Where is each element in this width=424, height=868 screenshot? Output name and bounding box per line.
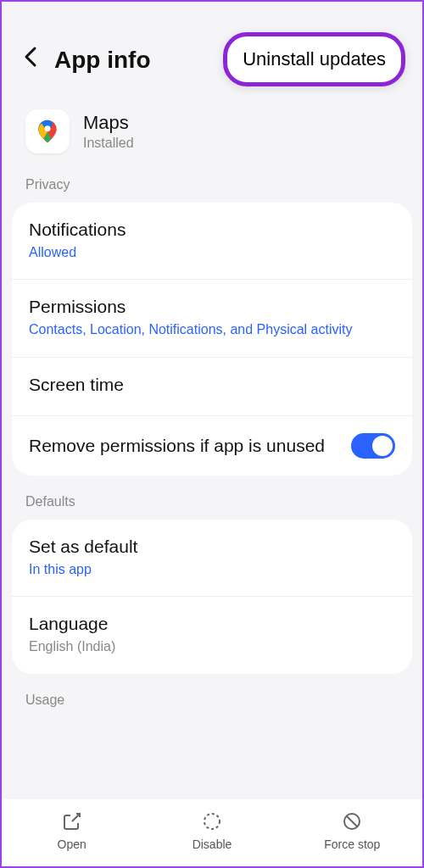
back-button[interactable] [22,44,39,75]
screen-time-item[interactable]: Screen time [12,358,412,416]
notifications-item[interactable]: Notifications Allowed [12,203,412,280]
section-privacy-label: Privacy [2,177,422,203]
overflow-menu-popup[interactable]: Uninstall updates [223,32,405,86]
disable-button[interactable]: Disable [142,810,282,851]
force-stop-button[interactable]: Force stop [282,810,422,851]
section-defaults-label: Defaults [2,494,422,520]
permissions-item[interactable]: Permissions Contacts, Location, Notifica… [12,280,412,357]
remove-permissions-item[interactable]: Remove permissions if app is unused [12,416,412,476]
bottom-action-bar: Open Disable Force stop [2,798,422,866]
open-button[interactable]: Open [2,810,142,851]
menu-item-uninstall-updates[interactable]: Uninstall updates [243,48,386,70]
set-default-item[interactable]: Set as default In this app [12,520,412,597]
language-item[interactable]: Language English (India) [12,597,412,673]
app-status: Installed [83,136,134,151]
svg-point-8 [204,814,220,829]
privacy-card: Notifications Allowed Permissions Contac… [12,203,412,476]
app-header-row: Maps Installed [2,92,422,177]
app-icon [25,109,70,153]
defaults-card: Set as default In this app Language Engl… [12,520,412,674]
disable-icon [201,810,223,832]
open-icon [61,810,83,832]
app-name: Maps [83,112,134,134]
remove-permissions-toggle[interactable] [351,433,395,459]
maps-icon [34,118,61,145]
section-usage-label: Usage [2,693,422,708]
force-stop-icon [341,810,363,832]
page-title: App info [54,47,151,74]
